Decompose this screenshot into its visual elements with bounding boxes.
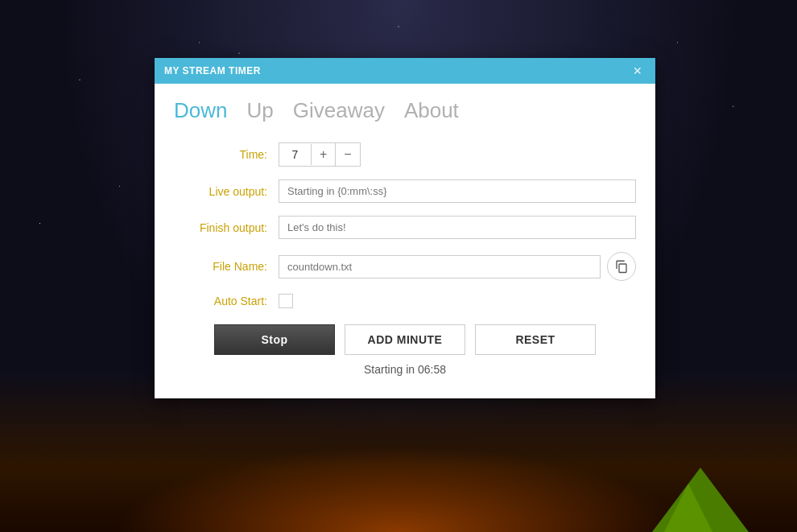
- dialog-window: MY STREAM TIMER ✕ Down Up Giveaway About…: [155, 58, 655, 398]
- copy-button[interactable]: [607, 252, 636, 281]
- auto-start-row: Auto Start:: [174, 294, 636, 308]
- close-button[interactable]: ✕: [630, 64, 646, 78]
- form-content: Time: + − Live output: Finish output: Fi…: [155, 130, 655, 398]
- copy-icon: [614, 259, 629, 274]
- status-area: Starting in 06:58: [174, 363, 636, 376]
- time-plus-button[interactable]: +: [312, 144, 335, 165]
- live-output-label: Live output:: [174, 185, 279, 198]
- time-control: + −: [279, 142, 361, 167]
- time-row: Time: + −: [174, 142, 636, 167]
- titlebar-title: MY STREAM TIMER: [164, 65, 261, 76]
- finish-output-label: Finish output:: [174, 221, 279, 234]
- titlebar: MY STREAM TIMER ✕: [155, 58, 655, 84]
- file-row-content: [279, 252, 636, 281]
- time-input[interactable]: [279, 144, 312, 165]
- file-name-row: File Name:: [174, 252, 636, 281]
- finish-output-input[interactable]: [279, 216, 636, 239]
- tab-down[interactable]: Down: [174, 98, 227, 123]
- tent-decoration: [652, 468, 749, 532]
- file-name-input[interactable]: [279, 255, 601, 278]
- status-text: Starting in 06:58: [364, 363, 446, 376]
- tabs-container: Down Up Giveaway About: [155, 84, 655, 130]
- tab-up[interactable]: Up: [246, 98, 273, 123]
- live-output-input[interactable]: [279, 179, 636, 203]
- svg-rect-0: [619, 264, 626, 273]
- time-label: Time:: [174, 148, 279, 161]
- tab-giveaway[interactable]: Giveaway: [293, 98, 385, 123]
- tab-about[interactable]: About: [404, 98, 459, 123]
- add-minute-button[interactable]: ADD MINUTE: [345, 324, 465, 355]
- buttons-row: Stop ADD MINUTE RESET: [174, 324, 636, 355]
- finish-output-row: Finish output:: [174, 216, 636, 239]
- reset-button[interactable]: RESET: [475, 324, 596, 355]
- auto-start-checkbox[interactable]: [279, 294, 293, 308]
- time-minus-button[interactable]: −: [336, 144, 359, 165]
- stop-button[interactable]: Stop: [214, 324, 335, 355]
- auto-start-label: Auto Start:: [174, 295, 279, 307]
- live-output-row: Live output:: [174, 179, 636, 203]
- file-name-label: File Name:: [174, 260, 279, 273]
